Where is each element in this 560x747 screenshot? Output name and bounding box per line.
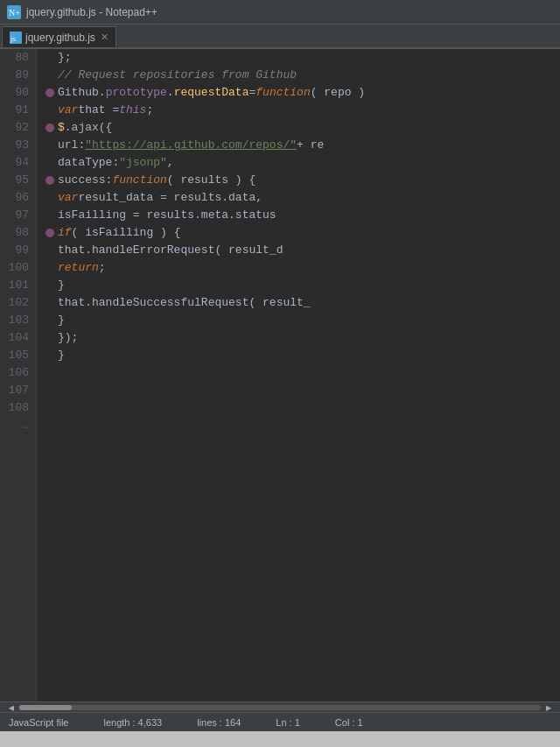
code-token: result_data = results.data, (78, 189, 262, 207)
code-line: return; (46, 259, 560, 277)
code-token: dataType: (58, 154, 119, 172)
app-icon: N+ (7, 5, 21, 19)
code-line: that.handleErrorRequest( result_d (46, 242, 560, 259)
code-token: isFailling = results.meta.status (58, 207, 276, 224)
status-bar: JavaScript file length : 4,633 lines : 1… (0, 712, 560, 731)
code-token: requestData (174, 84, 249, 102)
line-number: 95 (4, 172, 29, 189)
code-token: $ (58, 119, 65, 137)
tab-label: jquery.github.js (25, 32, 95, 44)
code-token: . (99, 84, 106, 102)
line-number: 98 (4, 224, 29, 242)
code-token: .ajax({ (65, 119, 113, 137)
code-token: if (58, 224, 72, 242)
code-line: } (46, 347, 560, 364)
code-line: dataType: "jsonp", (46, 154, 560, 172)
code-line: isFailling = results.meta.status (46, 207, 560, 224)
code-line: }; (46, 49, 560, 67)
code-line: Github.prototype.requestData = function … (46, 84, 560, 102)
line-number: 90 (4, 84, 29, 102)
code-token: } (58, 312, 65, 329)
line-number: 93 (4, 137, 29, 154)
code-line: // Request repositories from Github (46, 67, 560, 84)
code-line: that.handleSuccessfulRequest( result_ (46, 294, 560, 312)
code-token: ; (146, 102, 153, 119)
line-number: 102 (4, 294, 29, 312)
line-number: 99 (4, 242, 29, 259)
code-token: return (58, 259, 99, 277)
code-line: var result_data = results.data, (46, 189, 560, 207)
code-token: } (58, 277, 65, 294)
code-line: success: function( results ) { (46, 172, 560, 189)
scroll-left-icon[interactable]: ◂ (4, 699, 19, 716)
breakpoint-marker[interactable] (46, 123, 54, 132)
title-bar: N+ jquery.github.js - Notepad++ (0, 0, 560, 25)
code-token: + re (297, 137, 324, 154)
line-number: 100 (4, 259, 29, 277)
breakpoint-marker[interactable] (46, 88, 54, 97)
code-token: } (58, 347, 65, 364)
code-token: ( isFailling ) { (72, 224, 181, 242)
line-number: 101 (4, 277, 29, 294)
tab-jquery-github[interactable]: js jquery.github.js ✕ (2, 26, 116, 47)
code-token: prototype (106, 84, 167, 102)
code-token: }; (58, 49, 72, 67)
code-token: , (167, 154, 174, 172)
code-line: if ( isFailling ) { (46, 224, 560, 242)
file-icon: js (10, 32, 22, 44)
code-area: 8889909192939495969798991001011021031041… (0, 49, 560, 701)
window-title: jquery.github.js - Notepad++ (26, 6, 158, 18)
line-number: 89 (4, 67, 29, 84)
code-token: this (119, 102, 146, 119)
scrollbar-track[interactable] (19, 705, 542, 710)
line-number: 97 (4, 207, 29, 224)
code-token: // Request repositories from Github (58, 67, 297, 84)
file-type-label: JavaScript file (9, 717, 68, 728)
breakpoint-marker[interactable] (46, 176, 54, 185)
code-line: $.ajax({ (46, 119, 560, 137)
line-number: 108 (4, 399, 29, 417)
bottom-area (0, 731, 560, 747)
breakpoint-marker[interactable] (46, 229, 54, 237)
code-token: ( repo ) (311, 84, 365, 102)
code-line: } (46, 312, 560, 329)
line-number: 92 (4, 119, 29, 137)
code-token: that.handleSuccessfulRequest( result_ (58, 294, 311, 312)
code-token: ( results ) { (167, 172, 256, 189)
code-token: function (256, 84, 310, 102)
scroll-right-icon[interactable]: ▸ (541, 699, 556, 716)
code-token: ; (99, 259, 106, 277)
tab-bar: js jquery.github.js ✕ (0, 25, 560, 49)
code-token: }); (58, 329, 78, 347)
line-number: 88 (4, 49, 29, 67)
code-token: url: (58, 137, 85, 154)
line-number: 94 (4, 154, 29, 172)
scrollbar-thumb[interactable] (19, 705, 72, 710)
code-token: var (58, 189, 78, 207)
code-token: that.handleErrorRequest( result_d (58, 242, 283, 259)
tab-close-button[interactable]: ✕ (101, 32, 108, 43)
code-content[interactable]: }; // Request repositories from GithubGi… (37, 49, 560, 701)
scrollbar-horizontal[interactable]: ◂ ▸ (0, 701, 560, 712)
col-label: Col : 1 (335, 717, 363, 728)
code-token: function (112, 172, 166, 189)
code-token: . (167, 84, 174, 102)
line-number: 96 (4, 189, 29, 207)
code-line: url: "https://api.github.com/repos/" + r… (46, 137, 560, 154)
code-token: that = (78, 102, 119, 119)
code-token: var (58, 102, 78, 119)
lines-label: lines : 164 (197, 717, 241, 728)
code-line: var that = this; (46, 102, 560, 119)
code-token: "jsonp" (119, 154, 167, 172)
code-token: Github (58, 84, 99, 102)
code-line: }); (46, 329, 560, 347)
code-editor[interactable]: 8889909192939495969798991001011021031041… (0, 49, 560, 701)
code-token: success: (58, 172, 112, 189)
line-number: 103 (4, 312, 29, 329)
line-number: 107 (4, 382, 29, 399)
svg-text:js: js (10, 34, 17, 43)
line-number: … (4, 417, 29, 434)
line-number: 104 (4, 329, 29, 347)
code-token: "https://api.github.com/repos/" (85, 137, 297, 154)
code-line: } (46, 277, 560, 294)
